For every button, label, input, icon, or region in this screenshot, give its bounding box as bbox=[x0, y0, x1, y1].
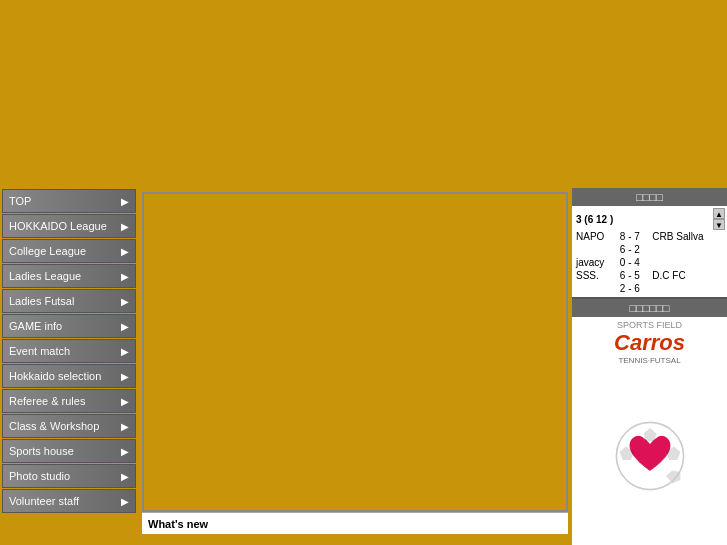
sidebar-label-college-league: College League bbox=[9, 245, 86, 257]
sidebar-label-class-workshop: Class & Workshop bbox=[9, 420, 99, 432]
center-content: What's new bbox=[138, 188, 572, 545]
score-team2 bbox=[650, 256, 725, 269]
sidebar-label-sports-house: Sports house bbox=[9, 445, 74, 457]
sidebar-label-game-info: GAME info bbox=[9, 320, 62, 332]
sidebar-arrow-class-workshop: ▶ bbox=[121, 421, 129, 432]
score-team2: D.C FC bbox=[650, 269, 725, 282]
scores-table-container: 3 (6 12 ) ▲ ▼ NAPO8 - 7CRB Sallva6 - 2ja… bbox=[572, 206, 727, 297]
sidebar-arrow-event-match: ▶ bbox=[121, 346, 129, 357]
ball-section bbox=[572, 367, 727, 545]
score-row: NAPO8 - 7CRB Sallva bbox=[574, 230, 725, 243]
sidebar-arrow-ladies-league: ▶ bbox=[121, 271, 129, 282]
scroll-up[interactable]: ▲ bbox=[713, 208, 725, 219]
score-value: 6 - 2 bbox=[618, 243, 651, 256]
sidebar-item-hokkaido-selection[interactable]: Hokkaido selection▶ bbox=[2, 364, 136, 388]
sidebar-item-college-league[interactable]: College League▶ bbox=[2, 239, 136, 263]
sidebar-item-referee-rules[interactable]: Referee & rules▶ bbox=[2, 389, 136, 413]
center-inner bbox=[142, 192, 568, 512]
sidebar-item-ladies-futsal[interactable]: Ladies Futsal▶ bbox=[2, 289, 136, 313]
sidebar-label-hokkaido-selection: Hokkaido selection bbox=[9, 370, 101, 382]
sidebar-item-sports-house[interactable]: Sports house▶ bbox=[2, 439, 136, 463]
score-team1 bbox=[574, 282, 618, 295]
sponsor-header: □□□□□□ bbox=[572, 299, 727, 317]
scores-section: □□□□ 3 (6 12 ) ▲ ▼ NAPO8 - 7CRB Sallva6 … bbox=[572, 188, 727, 297]
sidebar-label-referee-rules: Referee & rules bbox=[9, 395, 85, 407]
sidebar-arrow-hokkaido-league: ▶ bbox=[121, 221, 129, 232]
sidebar-arrow-sports-house: ▶ bbox=[121, 446, 129, 457]
score-value: 6 - 5 bbox=[618, 269, 651, 282]
sidebar-label-event-match: Event match bbox=[9, 345, 70, 357]
score-value: 8 - 7 bbox=[618, 230, 651, 243]
score-team1: javacy bbox=[574, 256, 618, 269]
sidebar-arrow-volunteer-staff: ▶ bbox=[121, 496, 129, 507]
sidebar-item-top[interactable]: TOP▶ bbox=[2, 189, 136, 213]
score-team2 bbox=[650, 243, 725, 256]
score-row: 2 - 6 bbox=[574, 282, 725, 295]
whats-new-bar: What's new bbox=[142, 512, 568, 534]
sidebar-item-photo-studio[interactable]: Photo studio▶ bbox=[2, 464, 136, 488]
score-row: 6 - 2 bbox=[574, 243, 725, 256]
score-team2 bbox=[650, 282, 725, 295]
scores-table: NAPO8 - 7CRB Sallva6 - 2javacy0 - 4SSS.6… bbox=[574, 230, 725, 295]
score-team1: NAPO bbox=[574, 230, 618, 243]
main-layout: TOP▶HOKKAIDO League▶College League▶Ladie… bbox=[0, 188, 727, 545]
sidebar-arrow-photo-studio: ▶ bbox=[121, 471, 129, 482]
sidebar-arrow-hokkaido-selection: ▶ bbox=[121, 371, 129, 382]
sponsor-logo: SPORTS FIELD Carros TENNIS·FUTSAL bbox=[572, 317, 727, 367]
round-label: 3 (6 12 ) bbox=[574, 212, 615, 227]
sidebar-arrow-top: ▶ bbox=[121, 196, 129, 207]
sidebar-label-top: TOP bbox=[9, 195, 31, 207]
score-row: SSS.6 - 5D.C FC bbox=[574, 269, 725, 282]
sidebar-label-hokkaido-league: HOKKAIDO League bbox=[9, 220, 107, 232]
scroll-down[interactable]: ▼ bbox=[713, 219, 725, 230]
sidebar-item-ladies-league[interactable]: Ladies League▶ bbox=[2, 264, 136, 288]
soccer-ball-icon bbox=[610, 416, 690, 496]
sidebar-label-volunteer-staff: Volunteer staff bbox=[9, 495, 79, 507]
sidebar-item-game-info[interactable]: GAME info▶ bbox=[2, 314, 136, 338]
score-value: 0 - 4 bbox=[618, 256, 651, 269]
sidebar-item-class-workshop[interactable]: Class & Workshop▶ bbox=[2, 414, 136, 438]
scores-header: □□□□ bbox=[572, 188, 727, 206]
score-row: javacy0 - 4 bbox=[574, 256, 725, 269]
score-team2: CRB Sallva bbox=[650, 230, 725, 243]
sidebar: TOP▶HOKKAIDO League▶College League▶Ladie… bbox=[0, 188, 138, 545]
sidebar-label-ladies-futsal: Ladies Futsal bbox=[9, 295, 74, 307]
score-value: 2 - 6 bbox=[618, 282, 651, 295]
sidebar-label-photo-studio: Photo studio bbox=[9, 470, 70, 482]
sidebar-arrow-referee-rules: ▶ bbox=[121, 396, 129, 407]
sidebar-item-hokkaido-league[interactable]: HOKKAIDO League▶ bbox=[2, 214, 136, 238]
sidebar-arrow-game-info: ▶ bbox=[121, 321, 129, 332]
whats-new-label: What's new bbox=[148, 518, 208, 530]
sidebar-item-event-match[interactable]: Event match▶ bbox=[2, 339, 136, 363]
right-sidebar: □□□□ 3 (6 12 ) ▲ ▼ NAPO8 - 7CRB Sallva6 … bbox=[572, 188, 727, 545]
sponsor-name: Carros bbox=[614, 330, 685, 356]
top-banner bbox=[0, 0, 727, 188]
score-team1 bbox=[574, 243, 618, 256]
sidebar-label-ladies-league: Ladies League bbox=[9, 270, 81, 282]
sidebar-item-volunteer-staff[interactable]: Volunteer staff▶ bbox=[2, 489, 136, 513]
score-team1: SSS. bbox=[574, 269, 618, 282]
sponsor-section: □□□□□□ SPORTS FIELD Carros TENNIS·FUTSAL bbox=[572, 299, 727, 367]
sidebar-arrow-ladies-futsal: ▶ bbox=[121, 296, 129, 307]
sidebar-arrow-college-league: ▶ bbox=[121, 246, 129, 257]
